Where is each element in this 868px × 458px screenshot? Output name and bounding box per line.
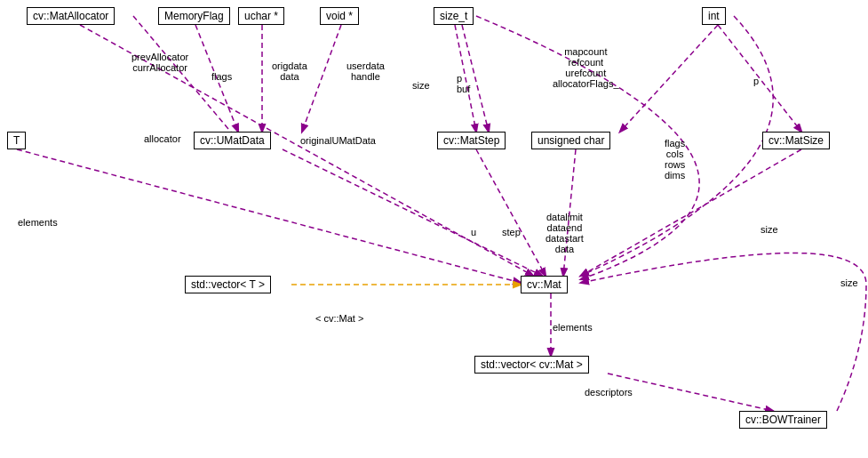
label-allocator: allocator <box>144 133 181 144</box>
node-size-t[interactable]: size_t <box>434 7 474 25</box>
label-elements-t: elements <box>18 217 58 228</box>
label-origdata: origdatadata <box>272 60 307 82</box>
label-cv-mat: < cv::Mat > <box>315 313 363 324</box>
node-int[interactable]: int <box>702 7 726 25</box>
label-datalimit: datalimitdataenddatastartdata <box>545 212 584 254</box>
node-matstep[interactable]: cv::MatStep <box>437 132 506 149</box>
label-flags-cols: flagscolsrowsdims <box>665 138 685 181</box>
node-unsignedchar[interactable]: unsigned char <box>531 132 610 149</box>
node-matsize[interactable]: cv::MatSize <box>762 132 830 149</box>
label-step: step <box>502 227 521 237</box>
node-matallocator[interactable]: cv::MatAllocator <box>27 7 115 25</box>
node-uchar[interactable]: uchar * <box>238 7 284 25</box>
diagram-container: cv::MatAllocator MemoryFlag uchar * void… <box>0 0 868 458</box>
diagram-svg <box>0 0 868 458</box>
label-original-umatdata: originalUMatData <box>300 135 376 146</box>
label-size: size <box>412 80 430 91</box>
node-stdvector-mat[interactable]: std::vector< cv::Mat > <box>474 356 589 374</box>
svg-line-10 <box>283 149 542 276</box>
label-userdata: userdatahandle <box>346 60 385 82</box>
label-mapcount: mapcountrefcounturefcountallocatorFlags_ <box>553 46 619 89</box>
label-prev-curr-allocator: prevAllocatorcurrAllocator <box>131 52 188 73</box>
node-stdvector-t[interactable]: std::vector< T > <box>185 276 271 293</box>
label-size-matsize: size <box>760 224 778 235</box>
label-p-int: p <box>753 76 759 86</box>
label-flags: flags <box>211 71 232 82</box>
node-mat[interactable]: cv::Mat <box>521 276 568 293</box>
node-void[interactable]: void * <box>320 7 359 25</box>
node-umatdata[interactable]: cv::UMatData <box>194 132 271 149</box>
label-elements-mat: elements <box>553 322 593 333</box>
label-p-buf: pbuf <box>457 73 470 94</box>
svg-line-13 <box>581 149 801 276</box>
node-memoryflag[interactable]: MemoryFlag <box>158 7 230 25</box>
node-t[interactable]: T <box>7 132 26 149</box>
svg-line-7 <box>718 25 801 132</box>
label-descriptors: descriptors <box>585 387 633 398</box>
svg-line-11 <box>476 149 545 276</box>
label-u: u <box>471 227 476 237</box>
svg-line-3 <box>302 25 341 132</box>
svg-line-8 <box>17 149 521 283</box>
label-size-right: size <box>840 277 858 288</box>
svg-line-6 <box>620 25 718 132</box>
node-bowtrainer[interactable]: cv::BOWTrainer <box>739 411 827 429</box>
